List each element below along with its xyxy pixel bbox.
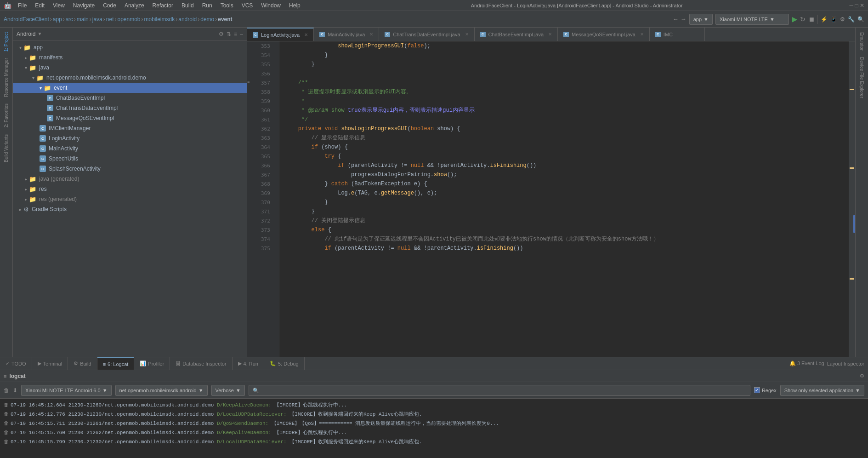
regex-checkbox[interactable]: ✓	[754, 387, 760, 393]
nav-forward[interactable]: →	[681, 16, 686, 23]
run-button[interactable]: ▶	[792, 15, 797, 23]
tab-close-button[interactable]: ✕	[548, 32, 552, 37]
menu-run[interactable]: Run	[199, 1, 216, 10]
log-delete-icon[interactable]: 🗑	[4, 438, 9, 446]
tree-item-app[interactable]: ▾ 📁 app	[13, 42, 247, 52]
tree-item-res[interactable]: ▸ 📁 res	[13, 184, 247, 194]
breadcrumb-item[interactable]: android	[178, 16, 197, 23]
menu-navigate[interactable]: Navigate	[69, 1, 98, 10]
tab-ChatTransData[interactable]: C ChatTransDataEventImpl.java ✕	[379, 28, 474, 41]
sidebar-tab-emulator[interactable]: Emulator	[857, 29, 866, 53]
tree-item-MessageQoSEventImpl[interactable]: C MessageQoSEventImpl	[13, 113, 247, 123]
breadcrumb-item[interactable]: net	[106, 16, 114, 23]
tab-LoginActivity[interactable]: C LoginActivity.java ✕	[247, 28, 314, 41]
avd-button[interactable]: 📱	[830, 16, 837, 23]
logcat-device-select[interactable]: Xiaomi MI NOTE LTE Android 6.0 ▼	[21, 385, 112, 396]
breadcrumb-item[interactable]: AndroidFaceClient	[4, 16, 49, 23]
tree-item-SpeechUtils[interactable]: C SpeechUtils	[13, 154, 247, 164]
menu-edit[interactable]: Edit	[31, 1, 48, 10]
tab-db-inspector[interactable]: 🗄 Database Inspector	[170, 357, 232, 370]
search-button[interactable]: 🔍	[857, 16, 864, 23]
menu-analyze[interactable]: Analyze	[121, 1, 148, 10]
logcat-menu-icon[interactable]: ≡	[4, 373, 6, 379]
tree-item-LoginActivity[interactable]: C LoginActivity	[13, 133, 247, 143]
tab-build[interactable]: ⚙ Build	[68, 357, 97, 370]
settings-button[interactable]: 🔧	[848, 16, 855, 23]
tree-item-java[interactable]: ▾ 📁 java	[13, 63, 247, 73]
panel-icon-minimize[interactable]: –	[240, 31, 243, 37]
log-delete-icon[interactable]: 🗑	[4, 419, 9, 428]
tree-item-MainActivity[interactable]: C MainActivity	[13, 143, 247, 154]
tab-close-button[interactable]: ✕	[465, 32, 469, 37]
sidebar-tab-project[interactable]: 1: Project	[2, 29, 11, 54]
tab-MainActivity[interactable]: C MainActivity.java ✕	[314, 28, 379, 41]
tree-item-ChatTransDataEventImpl[interactable]: C ChatTransDataEventImpl	[13, 103, 247, 113]
scroll-thumb[interactable]	[853, 215, 855, 233]
menu-view[interactable]: View	[49, 1, 68, 10]
panel-icon-sort[interactable]: ⇅	[227, 31, 231, 37]
tree-item-net[interactable]: ▾ 📁 net.openmob.mobileimsdk.android.demo	[13, 73, 247, 83]
breadcrumb-item[interactable]: src	[66, 16, 73, 23]
menu-build[interactable]: Build	[178, 1, 198, 10]
tab-debug[interactable]: 🐛 5: Debug	[264, 357, 305, 370]
tree-item-java-gen[interactable]: ▸ 📁 java (generated)	[13, 174, 247, 184]
tab-run[interactable]: ▶ 4: Run	[233, 357, 264, 370]
nav-back[interactable]: ←	[673, 16, 679, 23]
tab-terminal[interactable]: ▶ Terminal	[32, 357, 68, 370]
tree-item-res-gen[interactable]: ▸ 📁 res (generated)	[13, 194, 247, 204]
tree-item-ChatBaseEventImpl[interactable]: C ChatBaseEventImpl	[13, 93, 247, 103]
clear-logcat-button[interactable]: 🗑	[4, 387, 9, 394]
menu-tools[interactable]: Tools	[217, 1, 237, 10]
logcat-level-select[interactable]: Verbose ▼	[211, 385, 245, 396]
tab-profiler[interactable]: 📊 Profiler	[134, 357, 170, 370]
breadcrumb-item[interactable]: main	[77, 16, 89, 23]
sidebar-tab-build-variants[interactable]: Build Variants	[2, 132, 11, 165]
tab-close-button[interactable]: ✕	[369, 32, 373, 37]
tab-MessageQoS[interactable]: C MessageQoSEventImpl.java ✕	[558, 28, 650, 41]
menu-help[interactable]: Help	[285, 1, 304, 10]
tab-close-button[interactable]: ✕	[304, 32, 308, 37]
sidebar-tab-device-files[interactable]: Device File Explorer	[857, 54, 866, 101]
logcat-settings-icon[interactable]: ⚙	[860, 373, 864, 379]
panel-icon-settings[interactable]: ≡	[234, 31, 237, 37]
stop-button[interactable]: ⏹	[808, 16, 815, 23]
sync-button[interactable]: ⚡	[821, 16, 828, 23]
breadcrumb-item[interactable]: openmob	[117, 16, 140, 23]
menu-refactor[interactable]: Refactor	[149, 1, 177, 10]
sidebar-tab-favorites[interactable]: 2: Favorites	[2, 101, 11, 130]
breadcrumb-item[interactable]: mobileimsdk	[144, 16, 175, 23]
tab-ChatBase[interactable]: C ChatBaseEventImpl.java ✕	[475, 28, 558, 41]
menu-vcs[interactable]: VCS	[238, 1, 257, 10]
tree-item-IMClientManager[interactable]: C IMClientManager	[13, 123, 247, 133]
tab-IMC[interactable]: C IMC	[650, 28, 705, 41]
sidebar-tab-resource[interactable]: Resource Manager	[2, 55, 11, 100]
breadcrumb-item[interactable]: demo	[200, 16, 214, 23]
event-log-button[interactable]: 🔔 3 Event Log	[789, 361, 824, 366]
tree-item-SplashScreenActivity[interactable]: C SplashScreenActivity	[13, 164, 247, 174]
tree-item-manifests[interactable]: ▸ 📁 manifests	[13, 52, 247, 63]
log-delete-icon[interactable]: 🗑	[4, 410, 9, 418]
breadcrumb-item[interactable]: java	[92, 16, 102, 23]
tab-logcat[interactable]: ≡ 6: Logcat	[97, 357, 135, 370]
log-delete-icon[interactable]: 🗑	[4, 401, 9, 409]
breadcrumb-item[interactable]: app	[53, 16, 62, 23]
reload-button[interactable]: ↻	[800, 16, 806, 23]
app-select[interactable]: app ▼	[689, 14, 713, 25]
layout-inspector-button[interactable]: Layout Inspector	[827, 361, 864, 366]
menu-window[interactable]: Window	[257, 1, 284, 10]
breadcrumb-item[interactable]: event	[218, 16, 232, 23]
log-delete-icon[interactable]: 🗑	[4, 429, 9, 437]
show-selected-select[interactable]: Show only selected application ▼	[780, 385, 864, 396]
panel-icon-gear[interactable]: ⚙	[219, 31, 224, 37]
menu-file[interactable]: File	[14, 1, 30, 10]
device-select[interactable]: Xiaomi MI NOTE LTE ▼	[715, 14, 789, 25]
tab-close-button[interactable]: ✕	[640, 32, 644, 37]
menu-code[interactable]: Code	[99, 1, 120, 10]
tree-item-gradle[interactable]: ▸ ⚙ Gradle Scripts	[13, 204, 247, 214]
logcat-search-input[interactable]	[249, 385, 750, 396]
scroll-to-end-button[interactable]: ⬇	[13, 387, 17, 394]
code-content[interactable]: showLoginProgressGUI(false); } } /** * 进…	[279, 41, 849, 357]
logcat-package-select[interactable]: net.openmob.mobileimsdk.android ▼	[115, 385, 208, 396]
tab-todo[interactable]: ✓ TODO	[0, 357, 32, 370]
tree-item-event[interactable]: ▾ 📁 event	[13, 83, 247, 93]
